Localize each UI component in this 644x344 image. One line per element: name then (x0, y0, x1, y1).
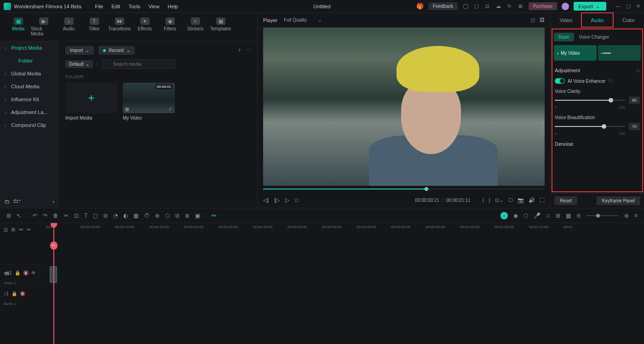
undo-icon[interactable]: ↶ (33, 212, 37, 219)
clip-chip[interactable]: ♪My Video (554, 45, 597, 61)
menu-file[interactable]: File (95, 4, 104, 9)
film-icon[interactable]: ▦ (566, 212, 571, 219)
progress-icon[interactable]: ◯ (462, 3, 469, 10)
quality-dropdown[interactable]: Full Quality⌄ (284, 17, 322, 23)
clip-wave[interactable]: ◦━━━ (598, 45, 641, 61)
link-track-icon[interactable]: ⚯ (19, 227, 23, 233)
prev-frame-icon[interactable]: ◁| (263, 197, 269, 203)
sidebar-compound-clip[interactable]: Compound Clip (0, 119, 59, 132)
speed-icon[interactable]: ◔ (113, 212, 118, 219)
fullscreen-icon[interactable]: ⛶ (540, 197, 545, 203)
menu-edit[interactable]: Edit (111, 4, 120, 9)
sidebar-influence-kit[interactable]: Influence Kit (0, 93, 59, 106)
history-icon[interactable]: ↻ (506, 3, 513, 10)
timeline-ruler-area[interactable]: 00:0000:00:05:0000:00:10:0000:00:15:0000… (46, 223, 644, 344)
sort-dropdown[interactable]: Default⌄ (65, 60, 93, 68)
tab-audio[interactable]: ♪Audio (56, 16, 81, 38)
prop-tab-video[interactable]: Video (551, 13, 581, 27)
slider-handle[interactable] (609, 98, 613, 103)
stop-icon[interactable]: □ (295, 197, 298, 203)
link-icon[interactable]: ⧉ (104, 212, 108, 219)
cloud-icon[interactable]: ☁ (495, 3, 502, 10)
lock-icon[interactable]: 🔒 (12, 291, 17, 296)
collapse-icon[interactable]: ‹ (52, 199, 54, 204)
redo-icon[interactable]: ↷ (43, 212, 47, 219)
menu-help[interactable]: Help (168, 4, 178, 9)
feedback-button[interactable]: Feedback (428, 2, 458, 10)
color-icon[interactable]: ◐ (123, 212, 128, 219)
render-icon[interactable]: ▣ (195, 212, 200, 219)
timeline-ruler[interactable]: 00:0000:00:05:0000:00:10:0000:00:15:0000… (46, 223, 644, 236)
menu-tools[interactable]: Tools (128, 4, 140, 9)
save-icon[interactable]: ⊡ (484, 3, 491, 10)
gift-icon[interactable]: 🎁 (416, 3, 424, 10)
display-icon[interactable]: 🖵 (508, 197, 513, 203)
tag-icon[interactable]: ⬡ (165, 212, 170, 219)
filter-icon[interactable]: ⫯ (238, 47, 241, 53)
picture-icon[interactable]: 🖼 (540, 17, 545, 23)
cut-icon[interactable]: ✂ (64, 212, 69, 219)
audio-track-header[interactable]: ♪1 🔒 🔇 (0, 285, 46, 302)
tab-templates[interactable]: ▦Templates (208, 16, 233, 38)
record-dropdown[interactable]: Record⌄ (98, 46, 134, 55)
zoom-slider[interactable] (586, 215, 619, 216)
denoise-header[interactable]: Denoise (554, 139, 641, 149)
voice-clarity-slider[interactable] (555, 100, 625, 101)
sidebar-global-media[interactable]: Global Media (0, 67, 59, 80)
pointer-icon[interactable]: ↖ (17, 212, 21, 219)
tab-filters[interactable]: ◉Filters (157, 16, 183, 38)
menu-view[interactable]: View (149, 4, 160, 9)
voice-beautification-value[interactable]: 70 (629, 123, 640, 130)
tab-media[interactable]: ▦Media (6, 16, 31, 38)
snapshot-icon[interactable]: 📷 (518, 197, 524, 203)
auto-icon[interactable]: ⊡ (4, 227, 8, 233)
volume-icon[interactable]: 🔊 (529, 197, 535, 203)
maximize-icon[interactable]: ▢ (626, 3, 631, 9)
grid-icon[interactable]: ▦ (133, 212, 138, 219)
sidebar-cloud-media[interactable]: Cloud Media (0, 80, 59, 93)
mixer-icon[interactable]: ⊞ (556, 212, 560, 219)
video-preview[interactable] (263, 28, 545, 186)
mic-icon[interactable]: ◉ (513, 212, 518, 219)
add-to-timeline-icon[interactable]: ⊞ (125, 107, 129, 112)
smiley-icon[interactable]: ☺ (500, 212, 508, 219)
ai-voice-toggle[interactable] (555, 78, 565, 84)
video-tile[interactable]: 00:00:01 ⊞ ✓ My Video (123, 83, 175, 120)
text-icon[interactable]: T (84, 212, 87, 219)
prop-tab-audio[interactable]: Audio (581, 12, 614, 28)
reset-button[interactable]: Reset (554, 196, 577, 205)
minimize-icon[interactable]: — (615, 3, 621, 9)
adjustment-header[interactable]: Adjustment◇ (554, 65, 641, 75)
ratio-icon[interactable]: ⊡⌄ (495, 197, 503, 203)
mute-icon[interactable]: 🔇 (23, 270, 29, 275)
bracket-open-icon[interactable]: { (483, 197, 484, 203)
list-icon[interactable]: ≡ (634, 212, 638, 219)
tab-titles[interactable]: TTitles (81, 16, 107, 38)
more-icon[interactable]: ⋯ (246, 47, 251, 53)
prop-tab-color[interactable]: Color (613, 13, 644, 27)
purchase-button[interactable]: Purchase (529, 2, 557, 10)
zoom-out-icon[interactable]: ⊖ (576, 212, 581, 219)
rect-icon[interactable]: ▢ (93, 212, 98, 219)
group-icon[interactable]: ⧉ (175, 212, 179, 219)
music-icon[interactable]: ♫ (546, 212, 550, 219)
folder-icon[interactable]: 🗀 (5, 199, 10, 204)
bracket-close-icon[interactable]: } (489, 197, 490, 203)
search-input[interactable] (102, 59, 176, 69)
sub-tab-basic[interactable]: Basic (554, 33, 574, 41)
marker-icon[interactable]: ⬠ (523, 212, 528, 219)
scrubber[interactable] (263, 186, 545, 192)
delete-icon[interactable]: 🗑 (53, 212, 58, 219)
lock-icon[interactable]: 🔒 (15, 270, 20, 275)
tab-effects[interactable]: ✦Effects (132, 16, 157, 38)
eye-icon[interactable]: 👁 (31, 270, 36, 275)
tab-stock-media[interactable]: ▶Stock Media (31, 16, 56, 38)
playhead[interactable] (53, 223, 54, 344)
tab-stickers[interactable]: ✧Stickers (183, 16, 208, 38)
import-dropdown[interactable]: Import⌄ (65, 46, 94, 55)
crop-icon[interactable]: ⊡ (74, 212, 79, 219)
tab-transitions[interactable]: ⧓Transitions (107, 16, 132, 38)
mute-icon[interactable]: 🔇 (20, 291, 25, 296)
keyframe-panel-button[interactable]: Keyframe Panel (597, 196, 640, 205)
video-track-header[interactable]: 📹1 🔒 🔇 👁 (0, 264, 46, 281)
